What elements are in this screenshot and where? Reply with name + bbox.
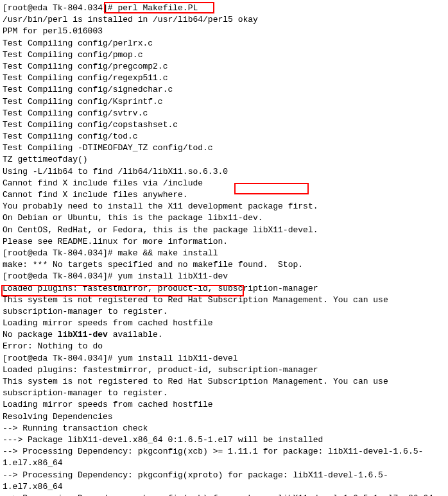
terminal-line: Error: Nothing to do: [3, 341, 445, 352]
terminal-line: Test Compiling config/copstashset.c: [3, 119, 445, 131]
terminal-line: Cannot find X include files via /include: [3, 178, 445, 189]
terminal-line: --> Processing Dependency: pkgconfig(xcb…: [3, 446, 445, 469]
terminal-line: Test Compiling config/regexp511.c: [3, 73, 445, 84]
terminal-line: Test Compiling config/tod.c: [3, 131, 445, 142]
terminal-line: --> Processing Dependency: pkgconfig(xpr…: [3, 470, 445, 493]
terminal-line: make: *** No targets specified and no ma…: [3, 259, 445, 271]
terminal-line: Test Compiling config/signedchar.c: [3, 84, 445, 96]
terminal-line: [root@eda Tk-804.034]# yum install libX1…: [3, 353, 445, 364]
terminal-line: Test Compiling config/Ksprintf.c: [3, 96, 445, 108]
terminal-line: You probably need to install the X11 dev…: [3, 201, 445, 212]
terminal-output: [root@eda Tk-804.034]# perl Makefile.PL …: [3, 3, 445, 496]
terminal-line: Resolving Dependencies: [3, 411, 445, 423]
terminal-line: Test Compiling config/svtrv.c: [3, 108, 445, 119]
terminal-line: On CentOS, RedHat, or Fedora, this is th…: [3, 225, 445, 236]
terminal-line: This system is not registered to Red Hat…: [3, 295, 445, 318]
terminal-line: Cannot find X include files anywhere.: [3, 189, 445, 201]
bold-text: libX11-dev: [58, 330, 108, 339]
terminal-line: [root@eda Tk-804.034]# yum install libX1…: [3, 271, 445, 282]
terminal-line: No package libX11-dev available.: [3, 329, 445, 341]
terminal-line: /usr/bin/perl is installed in /usr/lib64…: [3, 14, 445, 26]
terminal-line: PPM for perl5.016003: [3, 26, 445, 37]
terminal-line: Loaded plugins: fastestmirror, product-i…: [3, 283, 445, 295]
terminal-line: [root@eda Tk-804.034]# perl Makefile.PL: [3, 3, 445, 14]
terminal-line: On Debian or Ubuntu, this is the package…: [3, 212, 445, 224]
terminal-line: [root@eda Tk-804.034]# make && make inst…: [3, 248, 445, 259]
terminal-line: This system is not registered to Red Hat…: [3, 376, 445, 399]
terminal-line: Test Compiling config/pmop.c: [3, 49, 445, 61]
terminal-line: Loading mirror speeds from cached hostfi…: [3, 318, 445, 329]
terminal-line: --> Processing Dependency: pkgconfig(xcb…: [3, 493, 445, 496]
terminal-line: TZ gettimeofday(): [3, 154, 445, 166]
terminal-line: --> Running transaction check: [3, 423, 445, 434]
terminal-line: Using -L/lib64 to find /lib64/libX11.so.…: [3, 166, 445, 178]
terminal-line: Test Compiling config/perlrx.c: [3, 38, 445, 49]
terminal-line: Loaded plugins: fastestmirror, product-i…: [3, 364, 445, 376]
terminal-line: Please see README.linux for more informa…: [3, 236, 445, 248]
terminal-line: Loading mirror speeds from cached hostfi…: [3, 399, 445, 411]
terminal-line: Test Compiling config/pregcomp2.c: [3, 61, 445, 73]
terminal-line: Test Compiling -DTIMEOFDAY_TZ config/tod…: [3, 142, 445, 154]
terminal-line: ---> Package libX11-devel.x86_64 0:1.6.5…: [3, 434, 445, 446]
